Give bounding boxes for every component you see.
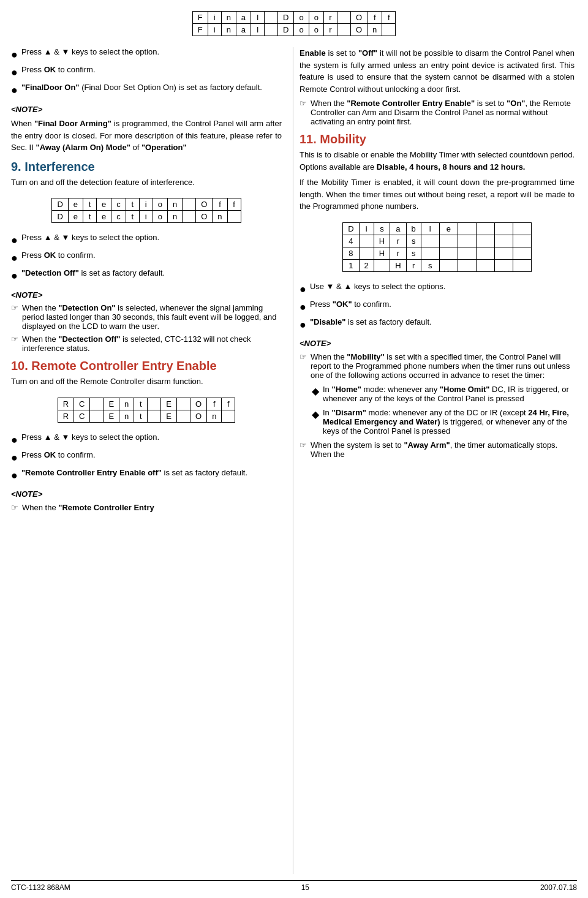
note-text-1: When "Final Door Arming" is programmed, … [11, 118, 282, 154]
note-icon: ☞ [11, 303, 18, 312]
bullet-dot: ● [11, 233, 18, 248]
bullet-rc-entry-off: ● "Remote Controller Entry Enable off" i… [11, 468, 282, 483]
note-icon: ☞ [300, 440, 307, 450]
bullet-text: Use ▼ & ▲ keys to select the options. [310, 282, 446, 291]
note-text: When the "Remote Controller Entry Enable… [311, 99, 575, 126]
final-door-table: FinalDoorOff FinalDoorOn [192, 11, 396, 36]
bullet-press-ok-mob: ● Press "OK" to confirm. [300, 300, 575, 315]
note-block-2: <NOTE> ☞ When the "Detection On" is sele… [11, 289, 282, 353]
note-icon: ☞ [300, 352, 307, 361]
rc-table: RCEntEOff RCEntEOn [58, 398, 236, 423]
note-item-rc: ☞ When the "Remote Controller Entry [11, 503, 282, 512]
bullet-dot: ● [11, 432, 18, 448]
bullet-dot: ● [11, 268, 18, 284]
note-text: When the system is set to "Away Arm", th… [311, 440, 575, 459]
bullet-text: Press OK to confirm. [21, 450, 96, 459]
note-icon: ☞ [300, 99, 307, 108]
mobility-table-wrap: Disable 4Hrs 8Hrs 12Hrs [300, 217, 575, 277]
diamond-text: In "Home" mode: whenever any "Home Omit"… [323, 385, 575, 403]
bullet-text: Press ▲ & ▼ keys to select the option. [21, 47, 159, 56]
note-item-rc-on: ☞ When the "Remote Controller Entry Enab… [300, 99, 575, 126]
bullet-disable-factory: ● "Disable" is set as factory default. [300, 317, 575, 333]
bullet-text: Press ▲ & ▼ keys to select the option. [21, 432, 159, 442]
note-item-away-arm: ☞ When the system is set to "Away Arm", … [300, 440, 575, 459]
note-text: When the "Remote Controller Entry [22, 503, 154, 512]
diamond-icon: ◆ [312, 408, 319, 421]
note-block-3: <NOTE> ☞ When the "Remote Controller Ent… [11, 488, 282, 512]
note-icon: ☞ [11, 503, 18, 512]
bullet-dot: ● [11, 65, 18, 80]
bullet-text: Press OK to confirm. [21, 65, 96, 74]
bullet-press-keys-rc: ● Press ▲ & ▼ keys to select the option. [11, 432, 282, 448]
bullet-text: Press OK to confirm. [21, 251, 96, 260]
section-9-intro: Turn on and off the detection feature of… [11, 176, 282, 189]
bullet-dot: ● [11, 450, 18, 466]
content-area: ● Press ▲ & ▼ keys to select the option.… [11, 47, 577, 874]
bullet-text: Press "OK" to confirm. [310, 300, 391, 309]
bullet-press-ok-det: ● Press OK to confirm. [11, 251, 282, 266]
note-text: When the "Mobility" is set with a specif… [311, 352, 575, 380]
note-label-3: <NOTE> [11, 488, 282, 500]
footer: CTC-1132 868AM 15 2007.07.18 [11, 880, 577, 892]
note-item-detection-off: ☞ When the "Dectection Off" is selected,… [11, 334, 282, 353]
footer-center: 15 [301, 883, 309, 892]
rc-table-wrap: RCEntEOff RCEntEOn [11, 393, 282, 428]
note-block-1: <NOTE> When "Final Door Arming" is progr… [11, 104, 282, 154]
note-item-mob: ☞ When the "Mobility" is set with a spec… [300, 352, 575, 380]
bullet-press-keys-det: ● Press ▲ & ▼ keys to select the option. [11, 233, 282, 248]
bullet-dot: ● [11, 468, 18, 483]
diamond-icon: ◆ [312, 385, 319, 398]
detection-table-wrap: DetectionOff DetectionOn [11, 193, 282, 228]
right-column: Enable is set to "Off" it will not be po… [293, 47, 575, 874]
note-block-4: <NOTE> ☞ When the "Mobility" is set with… [300, 338, 575, 459]
bullet-text: Press ▲ & ▼ keys to select the option. [21, 233, 159, 242]
note-text: When the "Detection On" is selected, whe… [22, 303, 282, 331]
bullet-detection-off: ● "Detection Off" is set as factory defa… [11, 268, 282, 284]
right-top-para: Enable is set to "Off" it will not be po… [300, 47, 575, 95]
note-icon: ☞ [11, 334, 18, 344]
header-table-wrap: FinalDoorOff FinalDoorOn [11, 6, 577, 41]
note-label-1: <NOTE> [11, 104, 282, 116]
mobility-table: Disable 4Hrs 8Hrs 12Hrs [342, 222, 532, 272]
detection-table: DetectionOff DetectionOn [51, 198, 241, 223]
bullet-dot: ● [300, 317, 306, 333]
section-11-title: 11. Mobility [300, 132, 575, 146]
bullet-finaldoor-on: ● "FinalDoor On" (Final Door Set Option … [11, 83, 282, 98]
bullet-dot: ● [11, 251, 18, 266]
note-label-4: <NOTE> [300, 338, 575, 350]
bullet-text: "Disable" is set as factory default. [310, 317, 432, 326]
bullet-text: "FinalDoor On" (Final Door Set Option On… [21, 83, 262, 92]
section-9-title: 9. Interference [11, 160, 282, 174]
section-11-para2: If the Mobility Timer is enabled, it wil… [300, 176, 575, 213]
note-text: When the "Dectection Off" is selected, C… [22, 334, 282, 353]
section-11-para1: This is to disable or enable the Mobilit… [300, 149, 575, 173]
bullet-press-ok-rc: ● Press OK to confirm. [11, 450, 282, 466]
diamond-disarm: ◆ In "Disarm" mode: whenever any of the … [312, 408, 575, 436]
page: FinalDoorOff FinalDoorOn ● Press ▲ & ▼ k… [0, 0, 588, 898]
section-10-intro: Turn on and off the Remote Controller di… [11, 375, 282, 388]
note-label-2: <NOTE> [11, 289, 282, 301]
diamond-text: In "Disarm" mode: whenever any of the DC… [323, 408, 575, 436]
bullet-dot: ● [300, 300, 306, 315]
bullet-text: "Detection Off" is set as factory defaul… [21, 268, 165, 277]
bullet-use-keys-mob: ● Use ▼ & ▲ keys to select the options. [300, 282, 575, 297]
bullet-dot: ● [11, 83, 18, 98]
left-column: ● Press ▲ & ▼ keys to select the option.… [11, 47, 293, 874]
bullet-press-keys-1: ● Press ▲ & ▼ keys to select the option. [11, 47, 282, 62]
bullet-text: "Remote Controller Entry Enable off" is … [21, 468, 247, 477]
footer-right: 2007.07.18 [540, 883, 577, 892]
note-item-detection-on: ☞ When the "Detection On" is selected, w… [11, 303, 282, 331]
diamond-home: ◆ In "Home" mode: whenever any "Home Omi… [312, 385, 575, 403]
footer-left: CTC-1132 868AM [11, 883, 70, 892]
section-10-title: 10. Remote Controller Entry Enable [11, 359, 282, 373]
bullet-press-ok-1: ● Press OK to confirm. [11, 65, 282, 80]
bullet-dot: ● [11, 47, 18, 62]
bullet-dot: ● [300, 282, 306, 297]
